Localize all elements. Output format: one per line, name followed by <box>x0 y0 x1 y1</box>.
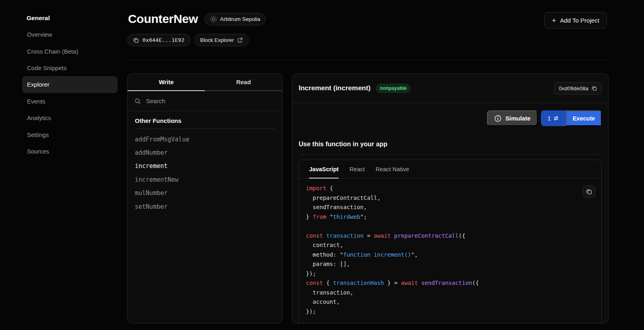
search-input[interactable] <box>145 97 275 105</box>
function-item-incrementnew[interactable]: incrementNew <box>135 173 275 186</box>
network-badge-label: Arbitrum Sepolia <box>220 16 260 22</box>
function-selector: 0xd09de08a <box>559 85 588 91</box>
code-line: import { <box>306 184 601 193</box>
sidebar-item-cross-chain-beta[interactable]: Cross Chain (Beta) <box>22 43 118 59</box>
page-title: CounterNew <box>128 12 198 26</box>
simulate-button[interactable]: Simulate <box>487 110 538 126</box>
function-detail-panel: Increment (increment) nonpayable 0xd09de… <box>292 73 609 324</box>
code-line: method: "function increment()", <box>306 250 601 260</box>
function-item-addfrommsgvalue[interactable]: addFromMsgValue <box>135 133 275 146</box>
network-icon <box>210 16 217 23</box>
sidebar-nav: OverviewCross Chain (Beta)Code SnippetsE… <box>22 26 118 160</box>
code-line: contract, <box>306 241 601 250</box>
sidebar-item-overview[interactable]: Overview <box>22 26 118 43</box>
execute-label: Execute <box>573 115 595 122</box>
sidebar-item-explorer[interactable]: Explorer <box>22 76 118 93</box>
code-line: }); <box>306 269 601 279</box>
contract-address: 0x044E...1E92 <box>142 37 184 43</box>
sidebar-item-settings[interactable]: Settings <box>22 126 118 143</box>
tab-write[interactable]: Write <box>128 74 205 91</box>
execute-button-group: 1 Execute <box>541 110 602 126</box>
code-line: params: [], <box>306 259 601 269</box>
use-function-heading: Use this function in your app <box>299 141 602 155</box>
copy-icon <box>586 189 592 195</box>
swap-icon <box>553 116 559 121</box>
function-detail-header: Increment (increment) nonpayable 0xd09de… <box>292 74 608 103</box>
plus-icon: + <box>552 17 556 24</box>
simulate-label: Simulate <box>505 115 530 122</box>
code-line: transaction, <box>306 288 601 298</box>
sidebar: General OverviewCross Chain (Beta)Code S… <box>22 11 118 160</box>
search-row <box>128 91 282 111</box>
block-explorer-label: Block Explorer <box>200 37 234 43</box>
functions-tab-bar: WriteRead <box>128 74 282 91</box>
execute-count: 1 <box>548 115 551 122</box>
code-block: import { prepareContractCall, sendTransa… <box>299 178 601 316</box>
network-badge[interactable]: Arbitrum Sepolia <box>204 13 266 25</box>
code-line: const { transactionHash } = await sendTr… <box>306 278 601 288</box>
code-line: }); <box>306 307 601 317</box>
add-to-project-button[interactable]: + Add To Project <box>544 12 607 29</box>
search-icon <box>134 98 141 104</box>
code-line: sendTransaction, <box>306 203 601 212</box>
code-tab-bar: JavaScriptReactReact Native <box>299 160 601 178</box>
code-tab-react-native[interactable]: React Native <box>376 160 409 178</box>
page-header: CounterNew Arbitrum Sepolia <box>128 12 266 26</box>
contract-address-button[interactable]: 0x044E...1E92 <box>127 34 190 46</box>
functions-section-title: Other Functions <box>135 117 275 129</box>
functions-panel: WriteRead Other Functions addFromMsgValu… <box>127 73 283 324</box>
code-line: const transaction = await prepareContrac… <box>306 231 601 241</box>
mutability-badge: nonpayable <box>376 83 411 93</box>
copy-icon <box>592 86 597 91</box>
action-row: Simulate 1 Execute <box>292 103 608 126</box>
sidebar-heading: General <box>22 11 118 26</box>
function-title: Increment (increment) <box>299 84 371 92</box>
function-item-addnumber[interactable]: addNumber <box>135 146 275 159</box>
execute-count-segment[interactable]: 1 <box>541 110 566 126</box>
add-to-project-label: Add To Project <box>560 17 599 24</box>
functions-list: addFromMsgValueaddNumberincrementincreme… <box>135 133 275 213</box>
code-line: account, <box>306 297 601 307</box>
sidebar-item-sources[interactable]: Sources <box>22 143 118 160</box>
block-explorer-button[interactable]: Block Explorer <box>194 34 249 46</box>
external-link-icon <box>237 37 243 43</box>
code-line: } from "thirdweb"; <box>306 212 601 222</box>
tab-read[interactable]: Read <box>205 74 282 91</box>
code-tab-react[interactable]: React <box>349 160 365 178</box>
code-line: prepareContractCall, <box>306 193 601 203</box>
function-item-mulnumber[interactable]: mulNumber <box>135 187 275 200</box>
copy-icon <box>133 37 139 43</box>
sidebar-item-analytics[interactable]: Analytics <box>22 110 118 126</box>
functions-content: Other Functions addFromMsgValueaddNumber… <box>128 111 282 219</box>
function-item-increment[interactable]: increment <box>135 160 275 173</box>
function-item-setnumber[interactable]: setNumber <box>135 200 275 213</box>
code-line <box>306 222 601 231</box>
sidebar-item-events[interactable]: Events <box>22 93 118 110</box>
execute-button[interactable]: Execute <box>566 110 602 126</box>
function-selector-button[interactable]: 0xd09de08a <box>554 82 602 95</box>
address-row: 0x044E...1E92 Block Explorer <box>127 34 249 46</box>
code-tab-javascript[interactable]: JavaScript <box>309 160 339 178</box>
info-icon <box>494 115 502 122</box>
header-divider <box>127 60 609 60</box>
code-card: JavaScriptReactReact Native import { pre… <box>299 160 602 324</box>
sidebar-item-code-snippets[interactable]: Code Snippets <box>22 60 118 76</box>
copy-code-button[interactable] <box>583 185 595 198</box>
